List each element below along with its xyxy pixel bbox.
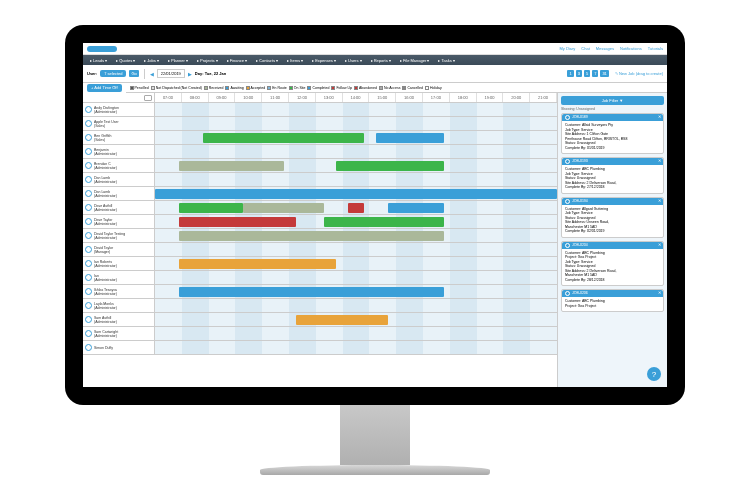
user-name-cell[interactable]: Ian(Administrator)	[83, 271, 155, 284]
user-name-cell[interactable]: Dan Lamb(Administrator)	[83, 173, 155, 186]
close-icon[interactable]: ✕	[658, 115, 661, 120]
nav-planner[interactable]: ▸ Planner ▾	[165, 57, 191, 64]
nav-leads[interactable]: ▸ Leads ▾	[87, 57, 110, 64]
close-icon[interactable]: ✕	[658, 159, 661, 164]
user-name-cell[interactable]: Sam Asthill(Administrator)	[83, 313, 155, 326]
date-input[interactable]: 22/01/2019	[157, 69, 185, 78]
user-name-cell[interactable]: Layla Monks(Administrator)	[83, 299, 155, 312]
avatar-icon	[85, 204, 92, 211]
timeline-track[interactable]	[155, 145, 557, 158]
timeline-track[interactable]	[155, 103, 557, 116]
timeline-track[interactable]	[155, 271, 557, 284]
user-name-cell[interactable]: Dave Asthill(Administrator)	[83, 201, 155, 214]
user-name-cell[interactable]: Sam Cartwright(Administrator)	[83, 327, 155, 340]
view-1[interactable]: 1	[567, 70, 573, 77]
nav-expenses[interactable]: ▸ Expenses ▾	[309, 57, 339, 64]
timeline-track[interactable]	[155, 131, 557, 144]
timeline-track[interactable]	[155, 285, 557, 298]
job-bar[interactable]	[336, 161, 445, 171]
job-bar[interactable]	[179, 161, 284, 171]
job-filter-button[interactable]: Job Filter ▼	[561, 96, 664, 105]
user-name-cell[interactable]: David Taylor Testing(Administrator)	[83, 229, 155, 242]
nav-jobs[interactable]: ▸ Jobs ▾	[141, 57, 162, 64]
search-icon[interactable]	[144, 95, 152, 101]
job-bar[interactable]	[179, 287, 444, 297]
user-name-cell[interactable]: Ben Griffith(Sales)	[83, 131, 155, 144]
timeline-track[interactable]	[155, 327, 557, 340]
timeline-track[interactable]	[155, 173, 557, 186]
go-button[interactable]: Go	[129, 70, 138, 77]
view-31[interactable]: 31	[600, 70, 608, 77]
job-bar[interactable]	[243, 203, 323, 213]
new-job-button[interactable]: ✎ New Job (drag to create)	[615, 71, 663, 76]
link-messages[interactable]: Messages	[596, 46, 614, 51]
hour-cell: 18:00	[450, 93, 477, 102]
timeline-track[interactable]	[155, 117, 557, 130]
hour-cell: 10:00	[235, 93, 262, 102]
user-name-cell[interactable]: Simon Duffy	[83, 341, 155, 354]
user-name-cell[interactable]: Andy Darlington(Administrator)	[83, 103, 155, 116]
close-icon[interactable]: ✕	[658, 291, 661, 296]
nav-contacts[interactable]: ▸ Contacts ▾	[253, 57, 281, 64]
timeline-track[interactable]	[155, 313, 557, 326]
job-card[interactable]: JOB-0204✕Customer: ABC PlumbingProject: …	[561, 241, 664, 287]
job-bar[interactable]	[376, 133, 444, 143]
link-notifications[interactable]: Notifications	[620, 46, 642, 51]
legend-item: Awaiting	[225, 86, 243, 90]
timeline-track[interactable]	[155, 229, 557, 242]
timeline-track[interactable]	[155, 257, 557, 270]
view-5[interactable]: 5	[584, 70, 590, 77]
job-bar[interactable]	[348, 203, 364, 213]
nav-users[interactable]: ▸ Users ▾	[342, 57, 365, 64]
job-card[interactable]: JOB-0189✕Customer: Allsid Surveyors PtyJ…	[561, 113, 664, 154]
prev-day-icon[interactable]: ◀	[150, 71, 154, 77]
nav-tasks[interactable]: ▸ Tasks ▾	[435, 57, 457, 64]
job-bar[interactable]	[179, 217, 296, 227]
job-bar[interactable]	[179, 231, 444, 241]
user-name-cell[interactable]: Ikhlas Tesayva(Administrator)	[83, 285, 155, 298]
job-bar[interactable]	[388, 203, 444, 213]
close-icon[interactable]: ✕	[658, 243, 661, 248]
user-select[interactable]: 7 selected	[100, 70, 126, 77]
job-bar[interactable]	[179, 259, 336, 269]
close-icon[interactable]: ✕	[658, 199, 661, 204]
job-card[interactable]: JOB-0206✕Customer: ABC PlumbingProject: …	[561, 289, 664, 312]
next-day-icon[interactable]: ▶	[188, 71, 192, 77]
link-tutorials[interactable]: Tutorials	[648, 46, 663, 51]
link-diary[interactable]: My Diary	[560, 46, 576, 51]
nav-reports[interactable]: ▸ Reports ▾	[368, 57, 394, 64]
timeline-track[interactable]	[155, 299, 557, 312]
timeline-track[interactable]	[155, 159, 557, 172]
help-button[interactable]: ?	[647, 367, 661, 381]
nav-finance[interactable]: ▸ Finance ▾	[224, 57, 250, 64]
nav-file-manager[interactable]: ▸ File Manager ▾	[397, 57, 433, 64]
timeline-track[interactable]	[155, 187, 557, 200]
user-name-cell[interactable]: Apple Test User(Sales)	[83, 117, 155, 130]
view-7[interactable]: 7	[592, 70, 598, 77]
user-name-cell[interactable]: Benjamin(Administrator)	[83, 145, 155, 158]
user-name-cell[interactable]: David Taylor(Manager)	[83, 243, 155, 256]
job-bar[interactable]	[155, 189, 557, 199]
nav-items[interactable]: ▸ Items ▾	[284, 57, 306, 64]
legend-item: Cancelled	[402, 86, 423, 90]
link-chat[interactable]: Chat	[581, 46, 589, 51]
job-card[interactable]: JOB-0194✕Customer: Allgard GutteringJob …	[561, 197, 664, 238]
user-name-cell[interactable]: Ian Roberts(Administrator)	[83, 257, 155, 270]
job-bar[interactable]	[324, 217, 445, 227]
job-bar[interactable]	[203, 133, 364, 143]
job-card[interactable]: JOB-0193✕Customer: ABC PlumbingJob Type:…	[561, 157, 664, 194]
user-name-cell[interactable]: Dan Lamb(Administrator)	[83, 187, 155, 200]
user-name-cell[interactable]: Dave Taylor(Administrator)	[83, 215, 155, 228]
legend-item: Not Dispatched (Not Created)	[151, 86, 202, 90]
timeline-track[interactable]	[155, 215, 557, 228]
user-name-cell[interactable]: Brendan C(Administrator)	[83, 159, 155, 172]
nav-projects[interactable]: ▸ Projects ▾	[194, 57, 221, 64]
view-3[interactable]: 3	[576, 70, 582, 77]
timeline-track[interactable]	[155, 341, 557, 354]
timeline-track[interactable]	[155, 243, 557, 256]
job-bar[interactable]	[296, 315, 388, 325]
job-bar[interactable]	[179, 203, 243, 213]
add-time-off-button[interactable]: + Add Time Off	[87, 84, 122, 92]
timeline-track[interactable]	[155, 201, 557, 214]
nav-quotes[interactable]: ▸ Quotes ▾	[113, 57, 138, 64]
